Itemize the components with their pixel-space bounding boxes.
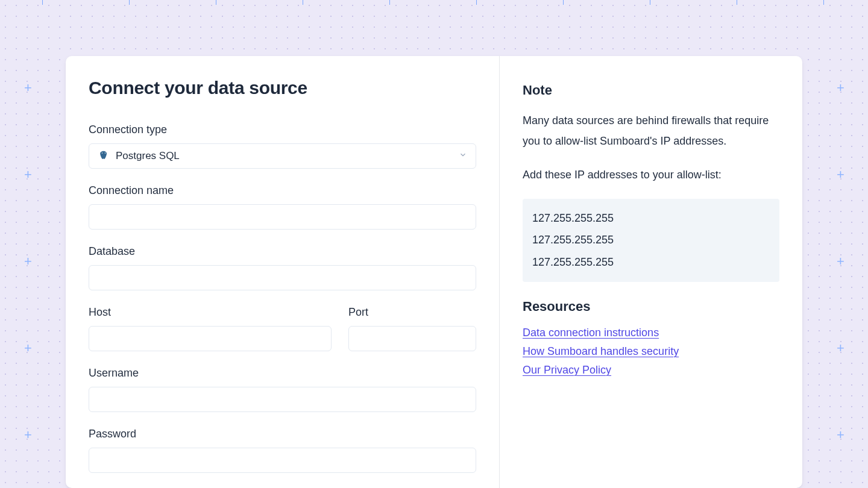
ruler-ticks	[0, 0, 868, 5]
label-host: Host	[89, 306, 332, 319]
row-host-port: Host Port	[89, 306, 476, 351]
field-host: Host	[89, 306, 332, 351]
sidebar-panel: Note Many data sources are behind firewa…	[500, 56, 802, 488]
note-text-2: Add these IP addresses to your allow-lis…	[523, 164, 779, 185]
postgres-icon	[98, 150, 110, 162]
connection-name-input[interactable]	[89, 204, 476, 230]
note-heading: Note	[523, 83, 779, 98]
page-title: Connect your data source	[89, 78, 476, 98]
resources-heading: Resources	[523, 299, 779, 314]
field-connection-type: Connection type Postgres SQL	[89, 124, 476, 169]
field-password: Password	[89, 428, 476, 473]
link-privacy-policy[interactable]: Our Privacy Policy	[523, 364, 779, 377]
connect-data-source-card: Connect your data source Connection type…	[66, 56, 802, 488]
ip-address: 127.255.255.255	[532, 229, 770, 251]
database-input[interactable]	[89, 265, 476, 290]
ip-address: 127.255.255.255	[532, 207, 770, 230]
link-data-connection-instructions[interactable]: Data connection instructions	[523, 327, 779, 339]
username-input[interactable]	[89, 387, 476, 412]
port-input[interactable]	[348, 326, 476, 351]
field-username: Username	[89, 367, 476, 412]
note-text-1: Many data sources are behind firewalls t…	[523, 110, 779, 151]
password-input[interactable]	[89, 448, 476, 473]
label-connection-name: Connection name	[89, 184, 476, 197]
connection-type-select[interactable]: Postgres SQL	[89, 143, 476, 169]
ip-allow-list: 127.255.255.255 127.255.255.255 127.255.…	[523, 199, 779, 283]
resources-links: Data connection instructions How Sumboar…	[523, 327, 779, 377]
field-connection-name: Connection name	[89, 184, 476, 230]
connection-type-value: Postgres SQL	[116, 150, 180, 162]
link-security[interactable]: How Sumboard handles security	[523, 345, 779, 358]
label-username: Username	[89, 367, 476, 380]
label-port: Port	[348, 306, 476, 319]
field-database: Database	[89, 245, 476, 290]
chevron-down-icon	[459, 151, 467, 161]
label-database: Database	[89, 245, 476, 258]
field-port: Port	[348, 306, 476, 351]
host-input[interactable]	[89, 326, 332, 351]
ip-address: 127.255.255.255	[532, 251, 770, 274]
form-panel: Connect your data source Connection type…	[66, 56, 500, 488]
label-connection-type: Connection type	[89, 124, 476, 136]
label-password: Password	[89, 428, 476, 440]
